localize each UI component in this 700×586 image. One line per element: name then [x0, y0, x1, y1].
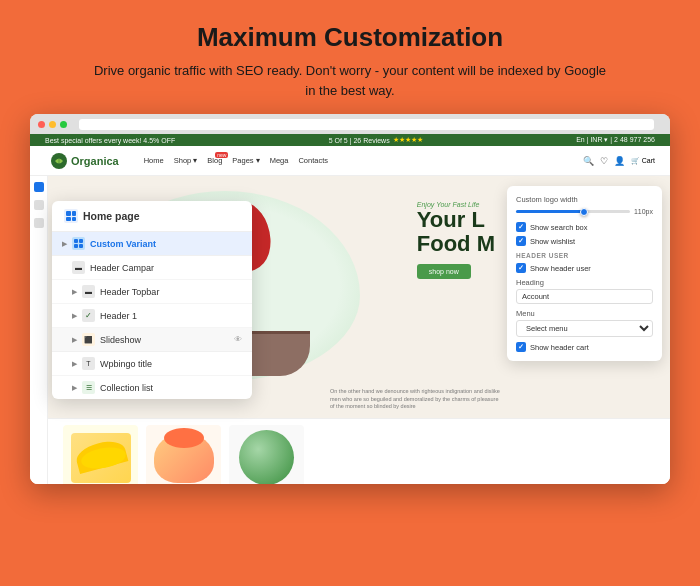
sidebar-icon-blocks[interactable] [34, 218, 44, 228]
expand-arrow-slideshow: ▶ [72, 336, 77, 344]
cart-icon[interactable]: 🛒 Cart [631, 157, 655, 165]
header-section: Maximum Customization Drive organic traf… [30, 0, 670, 114]
dot-yellow [49, 121, 56, 128]
expand-arrow-h1: ▶ [72, 312, 77, 320]
page-title: Maximum Customization [90, 22, 610, 53]
browser-mockup: Best special offers every week! 4.5% OFF… [30, 114, 670, 484]
nav-badge: new [215, 152, 228, 158]
checkbox-cart-row: ✓ Show header cart [516, 342, 653, 352]
hero-line1: Your L [417, 208, 495, 232]
logo-leaf-icon [50, 152, 68, 170]
item-icon-header1: ✓ [82, 309, 95, 322]
item-label-header1: Header 1 [100, 311, 137, 321]
item-icon-collection: ☰ [82, 381, 95, 394]
check-mark: ✓ [518, 223, 524, 231]
show-cart-label: Show header cart [530, 343, 589, 352]
checkbox-header-cart[interactable]: ✓ [516, 342, 526, 352]
item-icon-custom-variant [72, 237, 85, 250]
checkbox-header-user-row: ✓ Show header user [516, 263, 653, 273]
heading-row: Heading [516, 278, 653, 304]
nav-links: Home Shop ▾ Blog new Pages ▾ Mega Contac… [144, 156, 328, 165]
shop-now-button[interactable]: shop now [417, 264, 471, 279]
nav-mega[interactable]: Mega [270, 156, 289, 165]
expand-arrow-collection: ▶ [72, 384, 77, 392]
nav-extra: En | INR ▾ | 2 48 977 256 [576, 136, 655, 144]
browser-chrome-bar [30, 114, 670, 134]
expand-arrow: ▶ [62, 240, 67, 248]
address-bar [79, 119, 654, 130]
panel-item-header-campar[interactable]: ▬ Header Campar [52, 256, 252, 280]
panel-item-collection[interactable]: ▶ ☰ Collection list [52, 376, 252, 399]
left-sidebar-strip [30, 176, 48, 484]
slider-thumb[interactable] [580, 208, 588, 216]
site-navigation: Organica Home Shop ▾ Blog new Pages ▾ Me… [30, 146, 670, 176]
nav-shop[interactable]: Shop ▾ [174, 156, 198, 165]
nav-blog[interactable]: Blog new [207, 156, 222, 165]
bread-top [164, 428, 204, 448]
hero-big-text: Your L Food M [417, 208, 495, 256]
item-label-header-topbar: Header Topbar [100, 287, 159, 297]
item-icon-header-campar: ▬ [72, 261, 85, 274]
checkbox-wishlist-row: ✓ Show wishlist [516, 236, 653, 246]
menu-row: Menu Select menu [516, 309, 653, 337]
item-label-custom-variant: Custom Variant [90, 239, 156, 249]
nav-pages[interactable]: Pages ▾ [232, 156, 259, 165]
item-label-collection: Collection list [100, 383, 153, 393]
heading-label: Heading [516, 278, 653, 287]
product-3-img [239, 430, 294, 484]
product-card-2[interactable] [146, 425, 221, 484]
check-mark-cart: ✓ [518, 343, 524, 351]
product-2-img [154, 433, 214, 483]
nav-contacts[interactable]: Contacts [298, 156, 328, 165]
logo-text: Organica [71, 155, 119, 167]
expand-arrow-topbar: ▶ [72, 288, 77, 296]
dot-red [38, 121, 45, 128]
checkbox-header-user[interactable]: ✓ [516, 263, 526, 273]
bottom-products [48, 418, 670, 484]
product-card-1[interactable] [63, 425, 138, 484]
slider-track[interactable] [516, 210, 630, 213]
panel-item-custom-variant[interactable]: ▶ Custom Variant [52, 232, 252, 256]
nav-home[interactable]: Home [144, 156, 164, 165]
search-icon[interactable]: 🔍 [583, 156, 594, 166]
heading-input[interactable] [516, 289, 653, 304]
item-icon-wpbingo: T [82, 357, 95, 370]
wishlist-icon[interactable]: ♡ [600, 156, 608, 166]
panel-header-icon [64, 209, 78, 223]
dot-green [60, 121, 67, 128]
stars-icon: ★★★★★ [393, 136, 423, 144]
show-search-label: Show search box [530, 223, 588, 232]
menu-label: Menu [516, 309, 653, 318]
menu-select[interactable]: Select menu [516, 320, 653, 337]
product-1-img [71, 433, 131, 483]
slider-container: 110px [516, 208, 653, 215]
site-logo: Organica [50, 152, 119, 170]
item-label-wpbingo: Wpbingo title [100, 359, 152, 369]
sidebar-icon-settings[interactable] [34, 200, 44, 210]
header-user-section-label: HEADER USER [516, 252, 653, 259]
panel-item-wpbingo[interactable]: ▶ T Wpbingo title [52, 352, 252, 376]
hero-area: Enjoy Your Fast Life Your L Food M shop … [30, 176, 670, 484]
panel-item-header1[interactable]: ▶ ✓ Header 1 [52, 304, 252, 328]
announcement-bar: Best special offers every week! 4.5% OFF… [30, 134, 670, 146]
panel-title: Home page [83, 210, 140, 222]
item-label-slideshow: Slideshow [100, 335, 141, 345]
expand-arrow-wpbingo: ▶ [72, 360, 77, 368]
panel-item-slideshow[interactable]: ▶ ⬛ Slideshow 👁 [52, 328, 252, 352]
panel-item-header-topbar[interactable]: ▶ ▬ Header Topbar [52, 280, 252, 304]
product-card-3[interactable] [229, 425, 304, 484]
eye-icon-slideshow[interactable]: 👁 [234, 335, 242, 344]
checkbox-wishlist[interactable]: ✓ [516, 236, 526, 246]
nav-icons: 🔍 ♡ 👤 🛒 Cart [583, 156, 655, 166]
show-header-user-label: Show header user [530, 264, 591, 273]
page-subtitle: Drive organic traffic with SEO ready. Do… [90, 61, 610, 100]
panel-header: Home page [52, 201, 252, 232]
sidebar-icon-pages[interactable] [34, 182, 44, 192]
checkbox-search[interactable]: ✓ [516, 222, 526, 232]
logo-width-row: Custom logo width 110px [516, 195, 653, 215]
slider-value: 110px [634, 208, 653, 215]
user-icon[interactable]: 👤 [614, 156, 625, 166]
item-icon-header-topbar: ▬ [82, 285, 95, 298]
check-mark-wishlist: ✓ [518, 237, 524, 245]
reviews-area: 5 Of 5 | 26 Reviews ★★★★★ [329, 136, 423, 144]
